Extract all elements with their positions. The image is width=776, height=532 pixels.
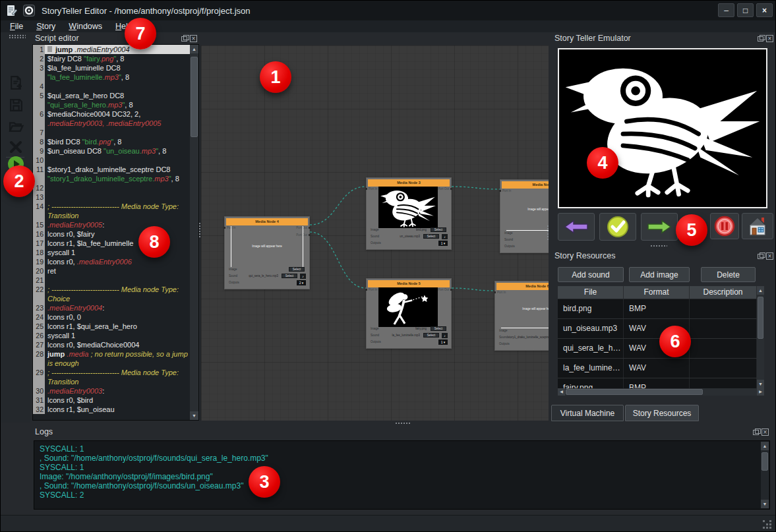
scroll-left-icon[interactable]: ◀ bbox=[558, 388, 565, 396]
code-line: 2$fairy DC8 "fairy.png", 8 bbox=[33, 54, 190, 63]
ok-button[interactable] bbox=[599, 213, 636, 241]
port-out[interactable]: Port Out bbox=[438, 288, 449, 291]
select-image-button[interactable]: Select bbox=[431, 227, 446, 232]
outputs-spinner[interactable]: 1 ▾ bbox=[438, 241, 448, 246]
save-icon[interactable] bbox=[7, 96, 25, 114]
code-line: 19lcons r0, .mediaEntry0006 bbox=[33, 257, 190, 266]
speaker-icon[interactable]: ♪ bbox=[442, 234, 448, 239]
titlebar: StoryTeller Editor - /home/anthony/ostpr… bbox=[1, 1, 775, 20]
image-value: bird.png bbox=[416, 228, 427, 231]
add-sound-button[interactable]: Add sound bbox=[558, 267, 624, 282]
scroll-right-icon[interactable]: ▶ bbox=[757, 388, 764, 396]
scroll-up-icon[interactable]: ▲ bbox=[190, 45, 198, 53]
scroll-up-icon[interactable]: ▲ bbox=[761, 442, 769, 450]
select-sound-button[interactable]: Select bbox=[423, 234, 439, 239]
scroll-down-icon[interactable]: ▼ bbox=[761, 500, 769, 508]
toolbar-drag-handle[interactable] bbox=[9, 34, 26, 39]
code-line: 6$mediaChoice0004 DC32, 2, .mediaEntry00… bbox=[33, 109, 190, 128]
media-node[interactable]: Media Node 6Port InPort OutImage will ap… bbox=[494, 281, 549, 351]
logs-output: SYSCALL: 1, Sound: "/home/anthony/ostpro… bbox=[34, 440, 770, 510]
scroll-up-icon[interactable]: ▲ bbox=[757, 286, 764, 295]
float-panel-icon[interactable] bbox=[758, 254, 763, 259]
column-header-description[interactable]: Description bbox=[690, 286, 757, 299]
delete-button[interactable]: Delete bbox=[701, 267, 756, 282]
splitter-handle[interactable] bbox=[198, 222, 201, 238]
log-line: SYSCALL: 1 bbox=[40, 463, 759, 472]
splitter-handle[interactable] bbox=[395, 422, 411, 425]
table-hscrollbar[interactable]: ◀ ▶ bbox=[558, 388, 764, 396]
log-line: SYSCALL: 1 bbox=[40, 444, 759, 454]
code-line: 27lcons r0, $mediaChoice0004 bbox=[33, 340, 190, 349]
splitter-handle[interactable] bbox=[547, 225, 549, 241]
float-panel-icon[interactable] bbox=[758, 36, 763, 42]
emulator-screen bbox=[558, 48, 767, 208]
code-line: 28jump .media ; no return possible, so a… bbox=[33, 349, 190, 368]
tab-story-resources[interactable]: Story Resources bbox=[625, 405, 699, 421]
log-line: Image: "/home/anthony/ostproj/f/images/b… bbox=[40, 472, 759, 481]
outputs-spinner[interactable]: 2 ▾ bbox=[297, 280, 306, 285]
port-out[interactable]: Port Out bbox=[438, 187, 449, 191]
node-graph-canvas[interactable]: Media Node 4Port InPort OutPort OutImage… bbox=[200, 45, 549, 421]
code-line: 20ret bbox=[33, 266, 190, 276]
select-image-button[interactable]: Select bbox=[289, 267, 305, 272]
menu-item-file[interactable]: File bbox=[10, 22, 23, 31]
status-bar bbox=[1, 515, 775, 532]
logs-scrollbar[interactable]: ▲ ▼ bbox=[761, 442, 769, 508]
column-header-format[interactable]: Format bbox=[624, 286, 690, 299]
speaker-icon[interactable]: ♪ bbox=[300, 274, 306, 279]
new-file-icon[interactable] bbox=[7, 73, 25, 92]
sound-value: qui_sera_le_hero.mp3 bbox=[249, 274, 278, 278]
port-in[interactable]: Port In bbox=[369, 288, 377, 291]
add-image-button[interactable]: Add image bbox=[629, 267, 690, 282]
select-sound-button[interactable]: Select bbox=[282, 274, 297, 278]
float-panel-icon[interactable] bbox=[181, 36, 187, 42]
tab-virtual-machine[interactable]: Virtual Machine bbox=[551, 405, 624, 421]
close-panel-icon[interactable]: × bbox=[766, 252, 773, 260]
minimize-button[interactable]: – bbox=[718, 3, 734, 17]
code-line: 4 bbox=[33, 82, 190, 91]
code-line: 22; ---------------------------- Media n… bbox=[33, 285, 190, 303]
close-panel-icon[interactable]: × bbox=[761, 429, 769, 436]
back-button[interactable] bbox=[558, 213, 595, 241]
menu-item-windows[interactable]: Windows bbox=[69, 22, 102, 31]
code-line: 29; ---------------------------- Media n… bbox=[33, 368, 190, 386]
select-sound-button[interactable]: Select bbox=[423, 333, 439, 338]
menu-item-story[interactable]: Story bbox=[36, 22, 55, 31]
menubar: FileStoryWindowsHelp bbox=[1, 20, 775, 32]
annotation-badge-7: 7 bbox=[125, 18, 156, 49]
open-folder-icon[interactable] bbox=[7, 117, 25, 135]
forward-button[interactable] bbox=[641, 213, 678, 241]
close-project-icon[interactable] bbox=[7, 138, 25, 156]
table-row[interactable]: bird.pngBMP bbox=[558, 299, 764, 319]
editor-scrollbar[interactable]: ▲ ▼ bbox=[190, 45, 198, 420]
scroll-down-icon[interactable]: ▼ bbox=[757, 380, 764, 388]
close-panel-icon[interactable]: × bbox=[766, 35, 773, 42]
home-button[interactable] bbox=[742, 213, 773, 239]
column-header-file[interactable]: File bbox=[558, 286, 624, 299]
code-line: 30.mediaEntry0003: bbox=[33, 386, 190, 396]
maximize-button[interactable]: □ bbox=[737, 3, 754, 17]
scroll-down-icon[interactable]: ▼ bbox=[190, 411, 198, 420]
code-line: 9$un_oiseau DC8 "un_oiseau.mp3", 8 bbox=[33, 146, 190, 156]
media-node[interactable]: Media Node 3Port InPort OutImagebird.png… bbox=[366, 177, 452, 250]
outputs-spinner[interactable]: 1 ▾ bbox=[438, 340, 448, 345]
code-line: 24lcons r0, 0 bbox=[33, 312, 190, 322]
speaker-icon[interactable]: ♪ bbox=[442, 333, 448, 338]
media-node[interactable]: Media Node 4Port InPort OutPort OutImage… bbox=[224, 216, 310, 289]
code-line: 1jump .mediaEntry0004 bbox=[33, 45, 190, 54]
close-button[interactable]: × bbox=[756, 3, 773, 17]
close-panel-icon[interactable]: × bbox=[190, 35, 197, 42]
table-row[interactable]: fairy.pngBMP bbox=[558, 378, 764, 388]
float-panel-icon[interactable] bbox=[753, 430, 759, 435]
panel-drag-handle[interactable] bbox=[650, 245, 667, 247]
port-in[interactable]: Port In bbox=[369, 187, 377, 191]
resize-grip[interactable] bbox=[763, 520, 765, 522]
table-row[interactable]: la_fee_lumine…WAV bbox=[558, 359, 764, 378]
code-editor[interactable]: 1jump .mediaEntry00042$fairy DC8 "fairy.… bbox=[32, 44, 199, 421]
media-node[interactable]: Media NodePort InPort OutImage will appe… bbox=[500, 179, 549, 253]
select-image-button[interactable]: Select bbox=[431, 326, 446, 331]
media-node[interactable]: Media Node 5Port InPort OutImagefairy.pn… bbox=[366, 278, 452, 349]
table-scrollbar[interactable]: ▲ ▼ bbox=[757, 286, 764, 388]
pause-button[interactable] bbox=[710, 213, 739, 239]
node-title: Media Node 6 bbox=[496, 283, 549, 290]
